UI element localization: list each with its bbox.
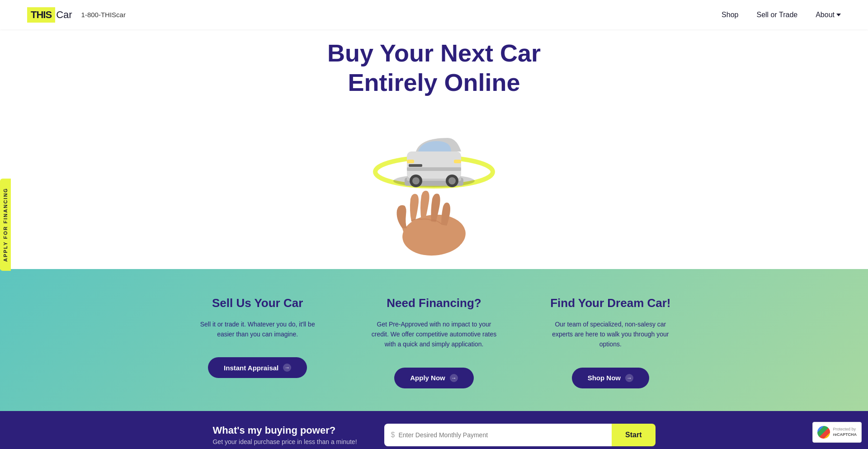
apply-now-button[interactable]: Apply Now → (394, 368, 474, 388)
shop-now-label: Shop Now (588, 374, 621, 382)
navbar-right: Shop Sell or Trade About (722, 11, 841, 19)
start-button[interactable]: Start (612, 424, 655, 446)
financing-feature-desc: Get Pre-Approved with no impact to your … (368, 319, 499, 350)
sell-or-trade-link[interactable]: Sell or Trade (756, 11, 797, 19)
arrow-icon: → (283, 364, 291, 372)
instant-appraisal-button[interactable]: Instant Appraisal → (208, 357, 307, 378)
svg-rect-12 (409, 164, 422, 167)
chevron-down-icon (836, 14, 841, 16)
sell-feature-desc: Sell it or trade it. Whatever you do, it… (192, 319, 323, 340)
hero-illustration (316, 102, 552, 269)
apply-financing-sidebar[interactable]: APPLY FOR FINANCING (0, 179, 11, 271)
find-car-feature-desc: Our team of specialized, non-salesy car … (545, 319, 676, 350)
find-car-feature: Find Your Dream Car! Our team of special… (532, 296, 689, 388)
phone-number: 1-800-THIScar (81, 11, 126, 19)
arrow-icon: → (625, 374, 633, 382)
buying-power-text: What's my buying power? Get your ideal p… (212, 425, 357, 445)
shop-link[interactable]: Shop (722, 11, 738, 19)
find-car-feature-title: Find Your Dream Car! (550, 296, 670, 310)
hero-scene (0, 97, 868, 269)
logo-this: THIS (27, 7, 55, 23)
shop-now-button[interactable]: Shop Now → (572, 368, 649, 388)
hero-section: Buy Your Next Car Entirely Online (0, 29, 868, 269)
logo[interactable]: THISCar (27, 7, 72, 23)
features-container: Sell Us Your Car Sell it or trade it. Wh… (179, 296, 689, 388)
arrow-icon: → (450, 374, 458, 382)
features-section: Sell Us Your Car Sell it or trade it. Wh… (0, 269, 868, 411)
sell-feature-title: Sell Us Your Car (212, 296, 303, 310)
financing-feature: Need Financing? Get Pre-Approved with no… (355, 296, 513, 388)
svg-rect-5 (407, 167, 461, 171)
hero-title: Buy Your Next Car Entirely Online (0, 38, 868, 97)
navbar: THISCar 1-800-THIScar Shop Sell or Trade… (0, 0, 868, 29)
monthly-payment-input[interactable] (398, 431, 605, 439)
dollar-sign: $ (391, 431, 395, 439)
about-link[interactable]: About (816, 11, 841, 19)
buying-power-title: What's my buying power? (212, 425, 357, 436)
svg-point-7 (412, 177, 420, 184)
svg-point-9 (448, 177, 456, 184)
sell-feature: Sell Us Your Car Sell it or trade it. Wh… (179, 296, 336, 378)
instant-appraisal-label: Instant Appraisal (224, 364, 278, 372)
about-label: About (816, 11, 835, 19)
recaptcha-text: Protected by reCAPTCHA (833, 427, 857, 437)
navbar-left: THISCar 1-800-THIScar (27, 7, 126, 23)
buying-power-form: $ Start (384, 424, 656, 446)
logo-car: Car (56, 9, 72, 21)
apply-now-label: Apply Now (410, 374, 445, 382)
input-wrap: $ (384, 424, 612, 446)
recaptcha-logo (817, 426, 830, 439)
buying-power-subtitle: Get your ideal purchase price in less th… (212, 438, 357, 445)
svg-rect-10 (407, 160, 414, 163)
svg-rect-11 (454, 160, 461, 163)
financing-feature-title: Need Financing? (387, 296, 481, 310)
buying-power-section: What's my buying power? Get your ideal p… (0, 411, 868, 449)
recaptcha-badge: Protected by reCAPTCHA (812, 422, 862, 443)
